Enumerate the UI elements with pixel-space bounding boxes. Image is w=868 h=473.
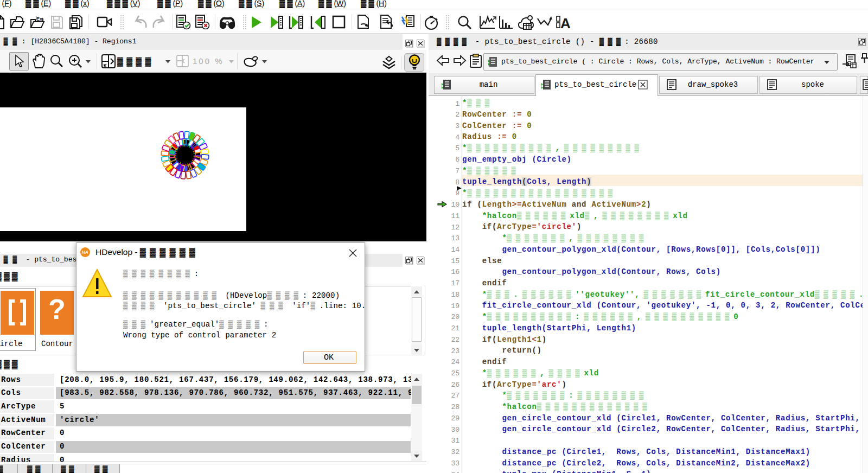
svg-text:A: A bbox=[560, 15, 571, 31]
svg-text:Ex: Ex bbox=[36, 16, 42, 22]
